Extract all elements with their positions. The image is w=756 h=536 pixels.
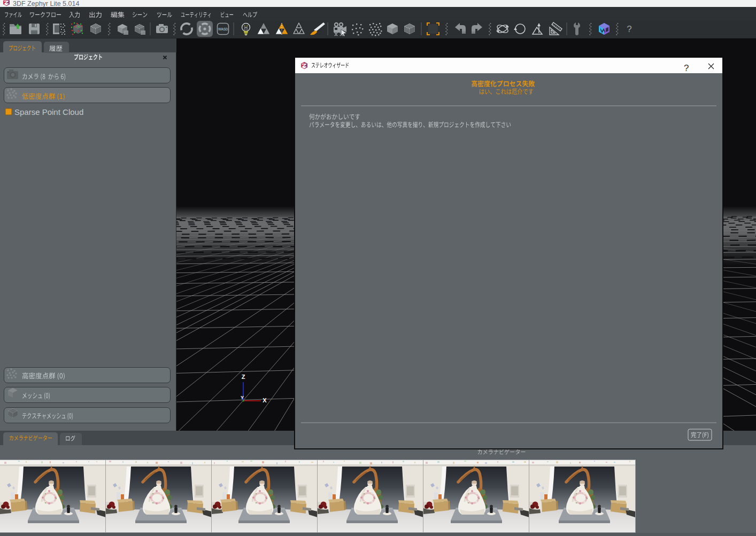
svg-text:?: ? xyxy=(684,63,689,73)
svg-text:?: ? xyxy=(627,24,631,34)
svg-text:X: X xyxy=(263,397,267,403)
svg-text:Y: Y xyxy=(241,395,244,400)
svg-text:WASD: WASD xyxy=(218,27,228,31)
svg-text:3DF Zephyr Lite 5.014: 3DF Zephyr Lite 5.014 xyxy=(13,0,79,7)
svg-text:Sparse Point Cloud: Sparse Point Cloud xyxy=(14,107,83,116)
svg-text:Z: Z xyxy=(242,374,245,380)
